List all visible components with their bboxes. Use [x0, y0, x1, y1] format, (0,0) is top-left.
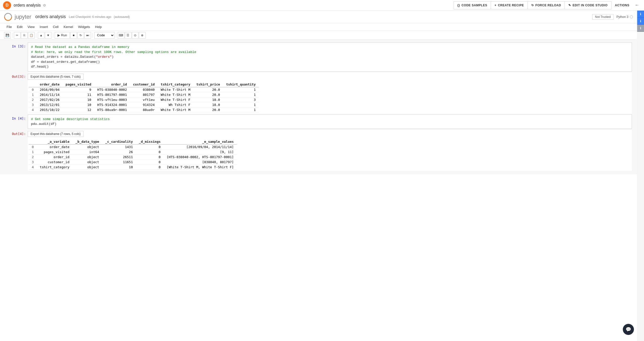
logo-icon[interactable]: D — [3, 1, 11, 9]
jupyter-name: jupyter — [15, 14, 31, 20]
kernel-status-circle — [630, 15, 633, 18]
df4-col-b-data-type: _b_data_type — [72, 139, 102, 145]
table-row: 12014/11/1411HTS-801797-0001801797White … — [29, 92, 259, 97]
cell-out4-output: Export this dataframe (7 rows, 5 cols) _… — [28, 130, 632, 171]
df3-col-customer_id: customer_id — [130, 82, 158, 87]
export-df4-button[interactable]: Export this dataframe (7 rows, 5 cols) — [28, 131, 83, 137]
table-row: 3customer_idobject116510[038040, 801797] — [29, 159, 237, 164]
table-row: 0order_dateobject14310[2016/09/04, 2014/… — [29, 144, 237, 149]
edit-in-code-studio-button[interactable]: ✎ EDIT IN CODE STUDIO — [565, 1, 611, 9]
not-trusted-button[interactable]: Not Trusted — [592, 14, 613, 20]
create-recipe-button[interactable]: + CREATE RECIPE — [491, 1, 528, 9]
kernel-info: Python 3 — [617, 15, 633, 19]
cell-in3-wrapper: In [3]: # Read the dataset as a Pandas d… — [0, 42, 637, 72]
menu-help[interactable]: Help — [93, 23, 104, 31]
run-button[interactable]: ▶ Run — [55, 32, 70, 39]
table-row: 32013/12/0110HTS-914324-0001914324Wh Tsh… — [29, 102, 259, 107]
checkpoint-info: Last Checkpoint: 6 minutes ago (autosave… — [69, 15, 130, 19]
cell-type-select[interactable]: Code — [94, 32, 114, 39]
cell-in4-label: In [4]: — [0, 115, 28, 129]
df4-col-index — [29, 139, 37, 145]
info-button-1[interactable]: ⊙ — [132, 32, 138, 39]
code-samples-button[interactable]: {} CODE SAMPLES — [454, 1, 491, 9]
df3-col-order_date: order_date — [37, 82, 63, 87]
dataframe-table-4: _a_variable _b_data_type _c_cardinality … — [29, 139, 237, 170]
df4-col-c-cardinality: _c_cardinality — [102, 139, 136, 145]
df4-col-d-missings: _d_missings — [136, 139, 164, 145]
actions-button[interactable]: ACTIONS — [611, 1, 633, 9]
paste-button[interactable]: 📋 — [28, 32, 35, 39]
toolbar-sep-5 — [116, 33, 116, 38]
table-row: 42015/10/2212HTS-88ua9r-000188ua9rWhite … — [29, 107, 259, 112]
menu-kernel[interactable]: Kernel — [61, 23, 76, 31]
copy-button[interactable]: ⎘ — [21, 32, 27, 39]
menu-file[interactable]: File — [4, 23, 14, 31]
cut-button[interactable]: ✂ — [14, 32, 20, 39]
menu-edit[interactable]: Edit — [14, 23, 25, 31]
df3-col-tshirt_quantity: tshirt_quantity — [223, 82, 259, 87]
df3-col-order_id: order_id — [94, 82, 130, 87]
sidebar-info-icon-3[interactable]: ℹ — [637, 25, 644, 32]
toolbar-sep-2 — [36, 33, 36, 38]
run-icon: ▶ — [57, 33, 60, 37]
jupyter-logo-svg — [4, 13, 12, 21]
df3-col-tshirt_price: tshirt_price — [193, 82, 223, 87]
df4-tbody: 0order_dateobject14310[2016/09/04, 2014/… — [29, 144, 237, 169]
menu-insert[interactable]: Insert — [37, 23, 50, 31]
notebook-title: orders analysis — [14, 3, 41, 8]
cell-out3-wrapper: Out[3]: Export this dataframe (5 rows, 7… — [0, 73, 637, 113]
notebook-content: In [3]: # Read the dataset as a Pandas d… — [0, 40, 637, 174]
cell-out3-output: Export this dataframe (5 rows, 7 cols) o… — [28, 73, 632, 113]
table-row: 02016/09/049HTS-038040-0002038040White T… — [29, 87, 259, 92]
toolbar: 💾 ✂ ⎘ 📋 ▲ ▼ ▶ Run ■ ↻ ⏭ Code ⌨ ☰ ⊙ ⊗ — [0, 31, 637, 40]
df3-col-index — [29, 82, 37, 87]
chat-button[interactable]: 💬 — [623, 324, 634, 335]
cell-out4-wrapper: Out[4]: Export this dataframe (7 rows, 5… — [0, 130, 637, 171]
jupyter-header: jupyter orders analysis Last Checkpoint:… — [0, 11, 637, 23]
restart-run-button[interactable]: ⏭ — [84, 32, 91, 39]
pencil-icon: ✎ — [568, 4, 571, 7]
sidebar-info-icon-1[interactable]: ℹ — [637, 11, 644, 18]
save-button[interactable]: 💾 — [4, 32, 11, 39]
df3-col-pages_visited: pages_visited — [63, 82, 94, 87]
plus-icon: + — [494, 4, 496, 7]
cell-out3-label: Out[3]: — [0, 73, 28, 113]
back-button[interactable]: ← — [633, 1, 641, 9]
export-df3-button[interactable]: Export this dataframe (5 rows, 7 cols) — [28, 74, 83, 80]
menu-widgets[interactable]: Widgets — [76, 23, 93, 31]
cell-out4-label: Out[4]: — [0, 130, 28, 171]
info-button-2[interactable]: ⊗ — [139, 32, 145, 39]
force-reload-button[interactable]: ↻ FORCE RELOAD — [528, 1, 565, 9]
interrupt-button[interactable]: ■ — [70, 32, 77, 39]
code-samples-icon: {} — [457, 4, 460, 7]
move-up-button[interactable]: ▲ — [38, 32, 44, 39]
df4-col-e-sample-values: _e_sample_values — [164, 139, 237, 145]
cell-in3-body: # Read the dataset as a Pandas dataframe… — [28, 42, 632, 72]
cell-in4-code[interactable]: # Get some simple descriptive statistics… — [28, 115, 632, 129]
settings-icon[interactable]: ⚙ — [43, 3, 46, 7]
table-row: 4tshirt_categoryobject100[White T-Shirt … — [29, 164, 237, 169]
sidebar-info-icon-2[interactable]: ℹ — [637, 18, 644, 25]
toolbar-sep-1 — [12, 33, 12, 38]
toolbar-sep-3 — [53, 33, 53, 38]
df3-col-tshirt_category: tshirt_category — [158, 82, 193, 87]
cell-in4-wrapper: In [4]: # Get some simple descriptive st… — [0, 115, 637, 129]
cell-in4-body: # Get some simple descriptive statistics… — [28, 115, 632, 129]
df3-tbody: 02016/09/049HTS-038040-0002038040White T… — [29, 87, 259, 112]
jupyter-notebook-area: jupyter orders analysis Last Checkpoint:… — [0, 11, 637, 341]
topbar: D orders analysis ⚙ {} CODE SAMPLES + CR… — [0, 0, 644, 11]
keyboard-shortcuts-button[interactable]: ⌨ — [118, 32, 124, 39]
restart-button[interactable]: ↻ — [77, 32, 84, 39]
menubar: File Edit View Insert Cell Kernel Widget… — [0, 23, 637, 31]
reload-icon: ↻ — [531, 4, 534, 7]
move-down-button[interactable]: ▼ — [45, 32, 51, 39]
jupyter-notebook-title[interactable]: orders analysis — [35, 14, 66, 19]
menu-cell[interactable]: Cell — [50, 23, 61, 31]
cell-in3-code[interactable]: # Read the dataset as a Pandas dataframe… — [28, 42, 632, 72]
toggle-output-button[interactable]: ☰ — [125, 32, 131, 39]
table-row: 1pages_visitedint64260[9, 11] — [29, 149, 237, 154]
dataframe-table-3: order_date pages_visited order_id custom… — [29, 82, 259, 112]
cell-in3-label: In [3]: — [0, 42, 28, 72]
jupyter-logo: jupyter — [4, 13, 31, 21]
menu-view[interactable]: View — [25, 23, 37, 31]
